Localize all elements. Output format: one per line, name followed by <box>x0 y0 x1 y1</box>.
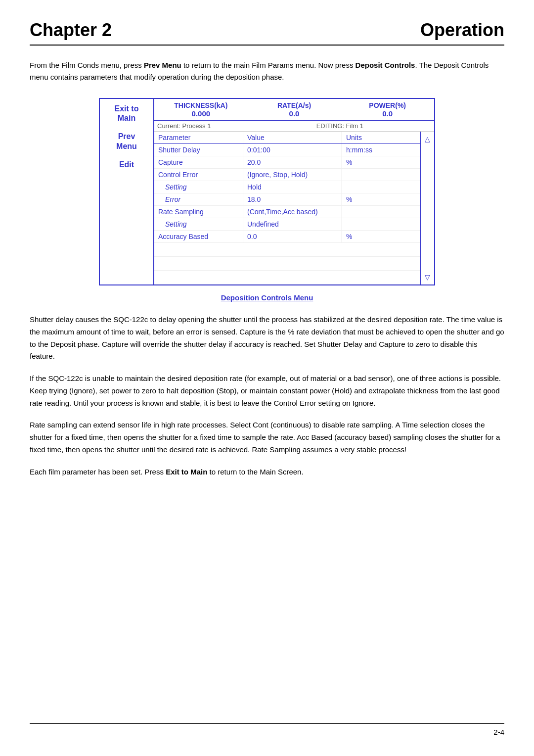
param-error: Error <box>154 193 243 205</box>
table-row: Setting Undefined <box>154 218 420 231</box>
units-error: % <box>342 193 420 205</box>
col-value-header: Value <box>243 132 342 143</box>
table-row: Rate Sampling (Cont,Time,Acc based) <box>154 206 420 218</box>
power-label: POWER(%) <box>343 101 432 109</box>
prev-menu-button[interactable]: Prev Menu <box>116 132 137 150</box>
param-shutter-delay: Shutter Delay <box>154 144 243 156</box>
value-error: 18.0 <box>243 193 342 205</box>
scroll-buttons: △ ▽ <box>420 132 434 284</box>
param-rate-sampling: Rate Sampling <box>154 206 243 218</box>
value-capture: 20.0 <box>243 156 342 168</box>
edit-button[interactable]: Edit <box>119 160 134 169</box>
units-setting <box>342 181 420 193</box>
param-control-error: Control Error <box>154 169 243 181</box>
table-area: Parameter Value Units Shutter Delay 0:01… <box>154 132 434 284</box>
power-header: POWER(%) 0.0 <box>341 99 434 120</box>
table-row: Setting Hold <box>154 181 420 193</box>
current-process-info: Current: Process 1 <box>157 122 249 130</box>
menu-ui: Exit to Main Prev Menu Edit THICKNESS(kA… <box>99 98 435 285</box>
body-para4: Each film parameter has been set. Press … <box>30 466 504 478</box>
page-number: 2-4 <box>30 728 504 736</box>
rate-value: 0.0 <box>250 109 339 118</box>
footer-divider <box>30 723 504 724</box>
table-row: Error 18.0 % <box>154 193 420 206</box>
body-para2: If the SQC-122c is unable to maintain th… <box>30 373 504 409</box>
units-capture: % <box>342 156 420 168</box>
intro-text2: to return to the main Film Params menu. … <box>181 61 356 69</box>
intro-bold1: Prev Menu <box>144 61 181 69</box>
menu-sidebar: Exit to Main Prev Menu Edit <box>100 99 154 284</box>
empty-row <box>154 257 420 271</box>
table-row: Control Error (Ignore, Stop, Hold) <box>154 169 420 181</box>
data-table: Parameter Value Units Shutter Delay 0:01… <box>154 132 420 284</box>
units-control-error <box>342 169 420 181</box>
scroll-down-button[interactable]: ▽ <box>422 272 433 283</box>
caption-text: Deposition Controls Menu <box>221 293 313 302</box>
chapter-title: Chapter 2 <box>30 20 112 41</box>
units-rate-sampling <box>342 206 420 218</box>
intro-bold2: Deposit Controls <box>356 61 415 69</box>
caption-area: Deposition Controls Menu <box>30 293 504 302</box>
menu-info-row: Current: Process 1 EDITING: Film 1 <box>154 121 434 132</box>
param-setting: Setting <box>154 181 243 193</box>
table-row: Shutter Delay 0:01:00 h:mm:ss <box>154 144 420 156</box>
thickness-label: THICKNESS(kA) <box>156 101 246 109</box>
intro-paragraph: From the Film Conds menu, press Prev Men… <box>30 59 504 83</box>
units-setting2 <box>342 218 420 230</box>
thickness-value: 0.000 <box>156 109 246 118</box>
power-value: 0.0 <box>343 109 432 118</box>
page-header: Chapter 2 Operation <box>30 20 504 46</box>
value-accuracy-based: 0.0 <box>243 231 342 242</box>
page-footer: 2-4 <box>0 723 534 736</box>
rate-header: RATE(A/s) 0.0 <box>248 99 341 120</box>
col-parameter-header: Parameter <box>154 132 243 143</box>
table-header: Parameter Value Units <box>154 132 420 144</box>
param-accuracy-based: Accuracy Based <box>154 231 243 242</box>
table-row: Capture 20.0 % <box>154 156 420 169</box>
para4-text1: Each film parameter has been set. Press <box>30 468 166 476</box>
operation-title: Operation <box>420 20 504 41</box>
para4-bold: Exit to Main <box>166 468 207 476</box>
menu-header-row: THICKNESS(kA) 0.000 RATE(A/s) 0.0 POWER(… <box>154 99 434 121</box>
value-shutter-delay: 0:01:00 <box>243 144 342 156</box>
exit-to-main-button[interactable]: Exit to Main <box>115 104 139 123</box>
param-capture: Capture <box>154 156 243 168</box>
empty-row <box>154 243 420 257</box>
value-control-error: (Ignore, Stop, Hold) <box>243 169 342 181</box>
scroll-up-button[interactable]: △ <box>422 134 433 144</box>
menu-main-area: THICKNESS(kA) 0.000 RATE(A/s) 0.0 POWER(… <box>154 99 434 284</box>
value-setting: Hold <box>243 181 342 193</box>
value-rate-sampling: (Cont,Time,Acc based) <box>243 206 342 218</box>
empty-row <box>154 271 420 284</box>
editing-film-info: EDITING: Film 1 <box>249 122 431 130</box>
body-para1: Shutter delay causes the SQC-122c to del… <box>30 314 504 363</box>
table-row: Accuracy Based 0.0 % <box>154 231 420 243</box>
rate-label: RATE(A/s) <box>250 101 339 109</box>
value-setting2: Undefined <box>243 218 342 230</box>
para4-text2: to return to the Main Screen. <box>207 468 303 476</box>
col-units-header: Units <box>342 132 420 143</box>
body-para3: Rate sampling can extend sensor life in … <box>30 419 504 456</box>
thickness-header: THICKNESS(kA) 0.000 <box>154 99 248 120</box>
units-accuracy-based: % <box>342 231 420 242</box>
param-setting2: Setting <box>154 218 243 230</box>
units-shutter-delay: h:mm:ss <box>342 144 420 156</box>
intro-text1: From the Film Conds menu, press <box>30 61 144 69</box>
